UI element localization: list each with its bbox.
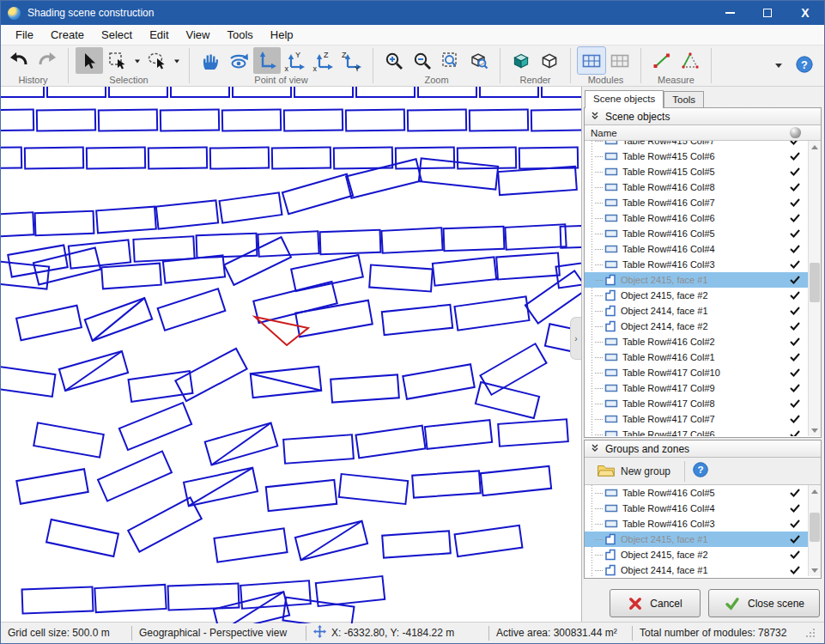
pv-table-outline[interactable] <box>1 87 44 97</box>
group-object-item[interactable]: Table Row#416 Col#5 <box>585 485 808 501</box>
measure-distance-tool[interactable] <box>648 47 676 74</box>
scene-object-item[interactable]: Table Row#417 Col#8 <box>585 396 808 411</box>
new-group-button[interactable]: New group <box>590 459 677 483</box>
visibility-check-icon[interactable] <box>782 229 808 238</box>
group-object-item[interactable]: Object 2415, face #2 <box>585 547 808 562</box>
resize-grip[interactable] <box>805 628 816 638</box>
pv-table-outline[interactable] <box>94 585 166 612</box>
visibility-check-icon[interactable] <box>782 489 808 497</box>
group-object-item[interactable]: Table Row#416 Col#3 <box>585 516 808 532</box>
groups-help-button[interactable]: ? <box>692 461 709 481</box>
tab-scene-objects[interactable]: Scene objects <box>585 90 664 108</box>
pv-table-outline[interactable] <box>109 87 167 97</box>
pv-table-outline[interactable] <box>156 200 218 228</box>
pv-table-outline[interactable] <box>96 207 156 234</box>
scene-object-item[interactable]: Table Row#416 Col#3 <box>585 257 808 272</box>
zoom-out-button[interactable] <box>409 47 436 74</box>
visibility-check-icon[interactable] <box>782 353 808 361</box>
scene-3d-view[interactable] <box>1 87 581 623</box>
menu-item-tools[interactable]: Tools <box>219 26 260 44</box>
visibility-check-icon[interactable] <box>782 384 808 392</box>
pv-table-outline[interactable] <box>419 158 498 189</box>
modules-off-button[interactable] <box>606 47 634 74</box>
scroll-thumb[interactable] <box>810 263 820 302</box>
pv-table-outline[interactable] <box>22 587 94 614</box>
pv-table-outline[interactable] <box>8 245 68 276</box>
cancel-button[interactable]: Cancel <box>610 589 701 617</box>
pv-table-outline[interactable] <box>542 87 581 97</box>
scene-object-item[interactable]: Table Row#415 Col#5 <box>585 164 808 179</box>
pv-table-outline[interactable] <box>171 87 229 97</box>
menu-item-edit[interactable]: Edit <box>142 26 176 44</box>
pv-table-outline[interactable] <box>1 366 55 397</box>
scene-object-item[interactable]: Object 2415, face #2 <box>585 288 808 303</box>
pv-table-outline[interactable] <box>85 298 152 341</box>
pv-table-outline[interactable] <box>346 109 404 131</box>
pv-table-outline[interactable] <box>161 109 219 131</box>
scene-object-item[interactable]: Object 2414, face #1 <box>585 303 808 319</box>
visibility-check-icon[interactable] <box>782 519 808 528</box>
visibility-check-icon[interactable] <box>782 430 808 436</box>
pv-table-outline[interactable] <box>356 87 415 97</box>
pv-table-outline[interactable] <box>519 147 578 168</box>
visibility-check-icon[interactable] <box>782 141 808 145</box>
pv-table-outline[interactable] <box>331 374 399 402</box>
pv-table-outline[interactable] <box>16 306 82 340</box>
pv-table-outline[interactable] <box>418 87 476 97</box>
group-object-item[interactable]: Object 2414, face #1 <box>585 562 808 576</box>
pv-table-outline[interactable] <box>382 305 452 335</box>
scene-object-item[interactable]: Table Row#415 Col#7 <box>585 141 808 149</box>
visibility-check-icon[interactable] <box>782 535 808 544</box>
pv-table-outline[interactable] <box>408 109 466 131</box>
visibility-check-icon[interactable] <box>782 291 808 300</box>
pv-table-outline[interactable] <box>1 109 33 131</box>
pv-table-outline[interactable] <box>222 109 281 131</box>
pv-table-outline[interactable] <box>46 519 118 556</box>
scroll-up-arrow[interactable] <box>809 141 821 153</box>
pv-table-outline[interactable] <box>356 426 426 459</box>
pv-table-outline[interactable] <box>320 230 381 254</box>
visibility-check-icon[interactable] <box>782 504 808 513</box>
visibility-check-icon[interactable] <box>782 550 808 559</box>
pv-table-outline[interactable] <box>1 212 34 238</box>
pv-table-outline[interactable] <box>184 468 258 506</box>
menu-item-create[interactable]: Create <box>43 26 92 44</box>
scene-object-item[interactable]: Object 2414, face #2 <box>585 319 808 334</box>
pv-table-outline[interactable] <box>425 420 492 449</box>
panel-collapse-handle[interactable]: › <box>570 317 581 360</box>
measure-area-tool[interactable] <box>676 47 704 74</box>
pv-table-outline[interactable] <box>496 253 560 280</box>
pv-table-outline[interactable] <box>282 174 353 214</box>
pv-table-outline[interactable] <box>531 109 581 131</box>
pv-table-outline[interactable] <box>129 371 193 402</box>
redo-button[interactable] <box>33 47 61 74</box>
pv-table-outline[interactable] <box>525 270 581 323</box>
visibility-check-icon[interactable] <box>782 415 808 423</box>
close-button[interactable]: X <box>786 1 824 25</box>
pv-table-outline[interactable] <box>481 466 551 495</box>
visibility-check-icon[interactable] <box>782 322 808 331</box>
select-arrow-tool[interactable] <box>76 47 103 74</box>
pv-table-outline[interactable] <box>214 528 287 562</box>
pv-table-outline[interactable] <box>16 469 88 503</box>
pv-table-outline[interactable] <box>369 265 433 292</box>
menu-item-help[interactable]: Help <box>263 26 301 44</box>
scroll-up-arrow[interactable] <box>809 485 821 497</box>
pv-table-outline[interactable] <box>133 236 194 262</box>
pv-table-outline[interactable] <box>334 147 392 168</box>
close-scene-button[interactable]: Close scene <box>708 589 820 617</box>
scene-object-item[interactable]: Table Row#416 Col#5 <box>585 226 808 241</box>
visibility-check-icon[interactable] <box>782 368 808 377</box>
help-button[interactable]: ? <box>795 55 814 76</box>
pv-table-outline[interactable] <box>266 480 337 511</box>
visibility-check-icon[interactable] <box>782 214 808 222</box>
pv-table-outline[interactable] <box>119 403 191 450</box>
pv-table-outline[interactable] <box>403 364 474 398</box>
pv-table-outline[interactable] <box>433 257 496 285</box>
pv-table-outline[interactable] <box>1 147 21 168</box>
maximize-button[interactable] <box>749 1 786 25</box>
rect-select-tool[interactable] <box>104 47 131 74</box>
pv-table-outline[interactable] <box>210 147 269 168</box>
orbit-view-tool[interactable] <box>225 47 252 74</box>
groups-list-scrollbar[interactable] <box>808 485 821 576</box>
